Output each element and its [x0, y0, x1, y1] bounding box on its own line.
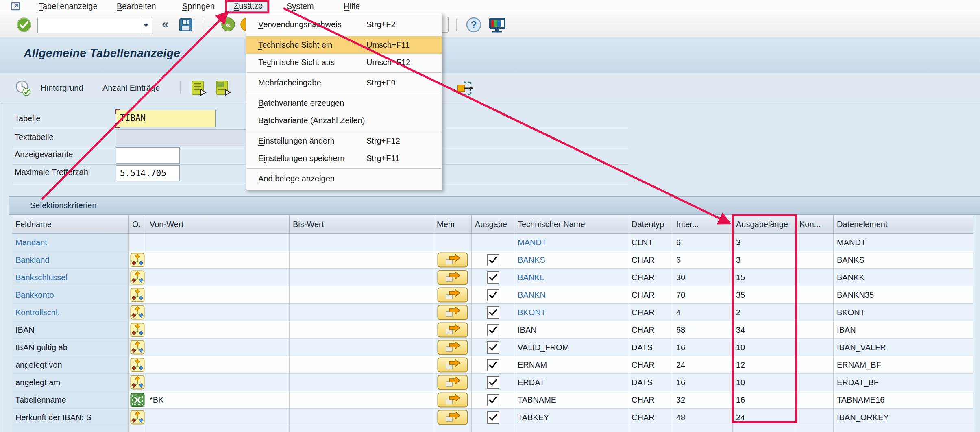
ausgabe-checkbox[interactable]	[487, 359, 499, 371]
cell-option-icon[interactable]	[129, 409, 146, 426]
column-header-inter[interactable]: Inter...	[673, 215, 733, 234]
ausgabe-checkbox[interactable]	[487, 376, 499, 389]
list-output-alt-icon[interactable]	[215, 80, 231, 98]
cell-bis-wert[interactable]	[290, 374, 433, 391]
cell-option-icon[interactable]	[129, 269, 146, 286]
cell-mehr-button[interactable]	[433, 286, 472, 304]
cell-mehr-button[interactable]	[433, 409, 472, 426]
column-header-datenelement[interactable]: Datenelement	[834, 215, 973, 234]
tabelle-input[interactable]: TIBAN	[116, 110, 216, 127]
cell-von-wert[interactable]	[146, 409, 290, 426]
cell-option-icon[interactable]	[129, 374, 146, 391]
cell-bis-wert[interactable]	[290, 234, 433, 251]
transfer-icon[interactable]	[456, 80, 474, 98]
cell-bis-wert[interactable]	[290, 391, 433, 409]
cell-mehr-button[interactable]	[433, 339, 472, 356]
cell-von-wert[interactable]	[146, 321, 290, 339]
cell-option-icon[interactable]	[129, 321, 146, 339]
cell-bis-wert[interactable]	[290, 269, 433, 286]
cell-bis-wert[interactable]	[290, 356, 433, 374]
cell-von-wert[interactable]	[146, 339, 290, 356]
cell-mehr-button[interactable]	[433, 321, 472, 339]
column-header-biswert[interactable]: Bis-Wert	[290, 215, 433, 234]
cell-option-icon[interactable]	[129, 391, 146, 409]
enter-check-icon[interactable]	[16, 17, 32, 34]
new-session-monitor-icon[interactable]	[488, 17, 507, 34]
menubar-item-zustze[interactable]: Zusätze	[229, 0, 268, 12]
ausgabe-checkbox[interactable]	[487, 341, 499, 354]
column-header-datentyp[interactable]: Datentyp	[628, 215, 673, 234]
ausgabe-checkbox[interactable]	[487, 306, 499, 319]
cell-option-icon[interactable]	[129, 339, 146, 356]
menubar-item-hilfe[interactable]: Hilfe	[344, 1, 360, 11]
menu-item-mehrfacheingabe[interactable]: MehrfacheingabeStrg+F9	[246, 74, 442, 92]
max-trefferzahl-input[interactable]: 5.514.705	[116, 165, 180, 181]
ausgabe-checkbox[interactable]	[487, 254, 499, 266]
anzeigevariante-input[interactable]	[116, 147, 180, 164]
column-header-ausgabe[interactable]: Ausgabe	[472, 215, 514, 234]
cell-bis-wert[interactable]	[290, 409, 433, 426]
ausgabe-checkbox[interactable]	[487, 324, 499, 336]
cell-feldname: Herkunft der IBAN: S	[12, 409, 129, 426]
list-output-icon[interactable]	[190, 80, 207, 98]
save-icon[interactable]	[178, 17, 194, 34]
help-icon[interactable]: ?	[466, 17, 481, 34]
cell-mehr-button[interactable]	[433, 391, 472, 409]
menubar-item-springen[interactable]: Springen	[182, 1, 215, 11]
navigate-back-icon[interactable]: «	[221, 17, 236, 34]
cell-mehr-button[interactable]	[433, 356, 472, 374]
cell-von-wert[interactable]	[146, 304, 290, 321]
back-chevron-icon[interactable]: «	[162, 16, 169, 32]
cell-option-icon[interactable]	[129, 356, 146, 374]
ausgabe-checkbox[interactable]	[487, 411, 499, 424]
execute-clock-icon[interactable]	[15, 80, 31, 98]
more-selection-button-icon	[437, 252, 468, 268]
column-header-o[interactable]: O.	[129, 215, 146, 234]
cell-von-wert[interactable]: *BK	[146, 391, 290, 409]
cell-mehr-button[interactable]	[433, 304, 472, 321]
menubar-item-bearbeiten[interactable]: Bearbeiten	[117, 1, 156, 11]
cell-option-icon[interactable]	[129, 251, 146, 269]
cell-mehr-button[interactable]	[433, 251, 472, 269]
menu-item-technische-sicht-ein[interactable]: Technische Sicht einUmsch+F11	[246, 36, 442, 54]
cell-von-wert[interactable]	[146, 269, 290, 286]
command-field-dropdown-icon[interactable]	[140, 17, 152, 33]
command-field[interactable]	[37, 17, 152, 33]
column-header-feldname[interactable]: Feldname	[12, 215, 129, 234]
cell-bis-wert[interactable]	[290, 304, 433, 321]
background-button[interactable]: Hintergrund	[41, 79, 83, 96]
menubar-item-tabellenanzeige[interactable]: Tabellenanzeige	[39, 1, 98, 11]
menu-item-batchvariante-erzeugen[interactable]: Batchvariante erzeugen	[246, 94, 442, 112]
menu-item-batchvariante-anzahl-zeilen-[interactable]: Batchvariante (Anzahl Zeilen)	[246, 112, 442, 129]
column-header-ausgabelnge[interactable]: Ausgabelänge	[733, 215, 796, 234]
column-header-vonwert[interactable]: Von-Wert	[146, 215, 290, 234]
cell-von-wert[interactable]	[146, 234, 290, 251]
cell-von-wert[interactable]	[146, 251, 290, 269]
column-header-mehr[interactable]: Mehr	[433, 215, 472, 234]
menu-item-verwendungsnachweis[interactable]: VerwendungsnachweisStrg+F2	[246, 16, 442, 33]
entry-count-button[interactable]: Anzahl Einträge	[102, 79, 160, 96]
cell-bis-wert[interactable]	[290, 251, 433, 269]
cell-option-icon[interactable]	[129, 286, 146, 304]
menu-item-technische-sicht-aus[interactable]: Technische Sicht ausUmsch+F12	[246, 54, 442, 71]
cell-datentyp: DATS	[628, 339, 673, 356]
cell-bis-wert[interactable]	[290, 286, 433, 304]
ausgabe-checkbox[interactable]	[487, 394, 499, 406]
cell-bis-wert[interactable]	[290, 321, 433, 339]
cell-von-wert[interactable]	[146, 356, 290, 374]
cell-von-wert[interactable]	[146, 286, 290, 304]
cell-von-wert[interactable]	[146, 374, 290, 391]
cell-mehr-button[interactable]	[433, 269, 472, 286]
column-header-kon[interactable]: Kon...	[796, 215, 834, 234]
menu-item--nd-belege-anzeigen[interactable]: Änd.belege anzeigen	[246, 170, 442, 188]
menubar-item-system[interactable]: System	[287, 1, 314, 11]
cell-option-icon[interactable]	[129, 304, 146, 321]
toolbar-separator	[203, 19, 203, 31]
cell-bis-wert[interactable]	[290, 339, 433, 356]
ausgabe-checkbox[interactable]	[487, 289, 499, 301]
cell-mehr-button[interactable]	[433, 374, 472, 391]
ausgabe-checkbox[interactable]	[487, 271, 499, 284]
column-header-technischername[interactable]: Technischer Name	[514, 215, 628, 234]
menu-item-einstellungen-ndern[interactable]: Einstellungen ändernStrg+F12	[246, 132, 442, 150]
menu-item-einstellungen-speichern[interactable]: Einstellungen speichernStrg+F11	[246, 150, 442, 167]
